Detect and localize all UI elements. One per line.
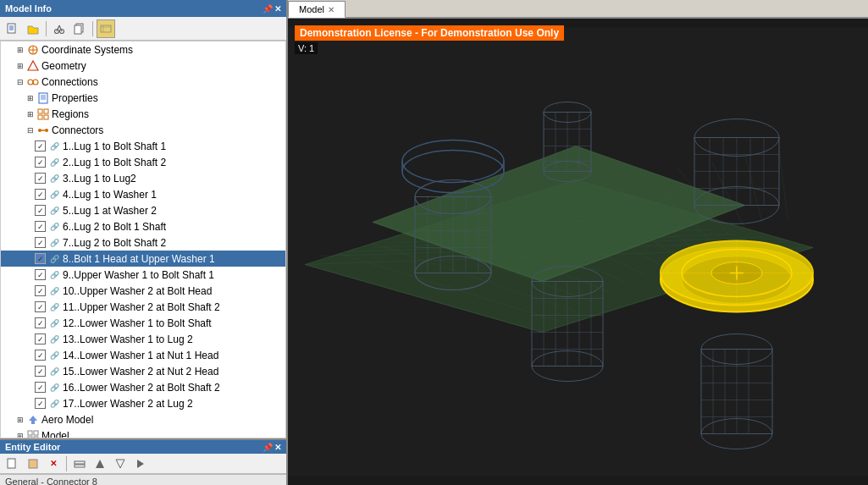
tree-item-c9[interactable]: 🔗 9..Upper Washer 1 to Bolt Shaft 1 (1, 267, 285, 283)
tree-item-c15[interactable]: 🔗 15..Lower Washer 2 at Nut 2 Head (1, 363, 285, 379)
svg-rect-38 (75, 465, 85, 467)
svg-rect-25 (44, 109, 48, 113)
c11-icon: 🔗 (47, 300, 61, 314)
close-icon[interactable]: ✕ (274, 4, 281, 14)
checkbox-c17[interactable] (35, 398, 46, 409)
c16-icon: 🔗 (47, 381, 61, 394)
connections-label: Connections (41, 76, 98, 88)
c6-icon: 🔗 (47, 220, 61, 234)
tree-item-c6[interactable]: 🔗 6..Lug 2 to Bolt 1 Shaft (1, 218, 285, 234)
viewport[interactable]: Demonstration License - For Demonstratio… (288, 19, 868, 485)
geometry-label: Geometry (41, 60, 86, 72)
model-info-header: Model Info 📌 ✕ (0, 0, 286, 17)
svg-point-29 (45, 129, 48, 132)
svg-rect-35 (8, 459, 15, 468)
tree-item-c17[interactable]: 🔗 17..Lower Washer 2 at Lug 2 (1, 395, 285, 411)
checkbox-c16[interactable] (35, 382, 46, 393)
checkbox-c4[interactable] (35, 189, 46, 200)
c4-label: 4..Lug 1 to Washer 1 (63, 189, 157, 201)
entity-pin-icon[interactable]: 📌 (263, 443, 273, 452)
tree-item-properties[interactable]: ⊞ Properties (1, 90, 285, 106)
tree-item-aero-model[interactable]: ⊞ Aero Model (1, 411, 285, 427)
tree-item-c12[interactable]: 🔗 12..Lower Washer 1 to Bolt Shaft (1, 315, 285, 331)
tree-item-c13[interactable]: 🔗 13..Lower Washer 1 to Lug 2 (1, 331, 285, 347)
entity-btn-7[interactable] (131, 455, 150, 473)
c10-icon: 🔗 (47, 284, 61, 298)
entity-btn-5[interactable] (91, 455, 109, 473)
checkbox-c9[interactable] (35, 269, 46, 280)
c7-icon: 🔗 (47, 236, 61, 250)
tree-item-c14[interactable]: 🔗 14..Lower Washer 1 at Nut 1 Head (1, 347, 285, 363)
entity-btn-1[interactable] (3, 455, 22, 473)
entity-btn-4[interactable] (70, 455, 89, 473)
tree-item-connections[interactable]: ⊟ Connections (1, 74, 285, 90)
entity-btn-3[interactable]: ✕ (44, 455, 63, 473)
toolbar-btn-5[interactable] (97, 19, 115, 38)
c14-icon: 🔗 (47, 349, 61, 362)
checkbox-c8[interactable] (35, 253, 46, 264)
tab-close-icon[interactable]: ✕ (328, 5, 334, 14)
tree-item-c10[interactable]: 🔗 10..Upper Washer 2 at Bolt Head (1, 283, 285, 299)
tree-item-c2[interactable]: 🔗 2..Lug 1 to Bolt Shaft 2 (1, 154, 285, 170)
tree-item-c11[interactable]: 🔗 11..Upper Washer 2 at Bolt Shaft 2 (1, 299, 285, 315)
coord-icon (26, 43, 40, 57)
c4-icon: 🔗 (47, 188, 61, 201)
tree-item-c1[interactable]: 🔗 1..Lug 1 to Bolt Shaft 1 (1, 138, 285, 154)
checkbox-c7[interactable] (35, 237, 46, 248)
entity-toolbar: ✕ (0, 454, 286, 474)
tree-item-model[interactable]: ⊞ Model (1, 427, 285, 438)
checkbox-c10[interactable] (35, 285, 46, 296)
tree-item-c8[interactable]: 🔗 8..Bolt 1 Head at Upper Washer 1 (1, 251, 285, 267)
demo-license-text: Demonstration License - For Demonstratio… (295, 25, 564, 41)
c5-label: 5..Lug 1 at Washer 2 (63, 205, 157, 217)
regions-label: Regions (52, 108, 89, 120)
toolbar-sep-2 (92, 21, 93, 36)
entity-btn-6[interactable] (111, 455, 130, 473)
checkbox-c3[interactable] (35, 173, 46, 184)
tree-item-c7[interactable]: 🔗 7..Lug 2 to Bolt Shaft 2 (1, 234, 285, 251)
c6-label: 6..Lug 2 to Bolt 1 Shaft (63, 221, 166, 233)
tree-item-c16[interactable]: 🔗 16..Lower Washer 2 at Bolt Shaft 2 (1, 379, 285, 395)
toolbar-btn-2[interactable] (24, 19, 42, 38)
toolbar-btn-1[interactable] (3, 19, 22, 38)
svg-rect-37 (75, 461, 85, 464)
c15-label: 15..Lower Washer 2 at Nut 2 Head (63, 366, 218, 378)
checkbox-c11[interactable] (35, 301, 46, 312)
header-icons: 📌 ✕ (263, 4, 281, 14)
checkbox-c6[interactable] (35, 221, 46, 232)
entity-close-icon[interactable]: ✕ (274, 443, 281, 452)
connectors-icon (36, 124, 50, 137)
tree-item-c5[interactable]: 🔗 5..Lug 1 at Washer 2 (1, 202, 285, 218)
c10-label: 10..Upper Washer 2 at Bolt Head (63, 285, 212, 297)
tree-item-c3[interactable]: 🔗 3..Lug 1 to Lug2 (1, 170, 285, 186)
tree-item-coord-systems[interactable]: ⊞ Coordinate Systems (1, 41, 285, 58)
svg-rect-20 (39, 93, 47, 103)
checkbox-c5[interactable] (35, 205, 46, 216)
checkbox-c12[interactable] (35, 317, 46, 328)
toolbar-btn-4[interactable] (70, 19, 89, 38)
expand-coord-icon: ⊞ (14, 44, 26, 56)
checkbox-c1[interactable] (35, 141, 46, 152)
tree-area[interactable]: ⊞ Coordinate Systems ⊞ Geometry ⊟ (0, 41, 286, 438)
model-tab-bar: Model ✕ (288, 0, 868, 19)
checkbox-c2[interactable] (35, 157, 46, 168)
toolbar-btn-3[interactable] (50, 19, 69, 38)
entity-btn-2[interactable] (24, 455, 42, 473)
entity-status-text: General - Connector 8 (5, 477, 97, 485)
c2-icon: 🔗 (47, 156, 61, 169)
model-info-toolbar (0, 17, 286, 41)
checkbox-c14[interactable] (35, 350, 46, 361)
tree-item-geometry[interactable]: ⊞ Geometry (1, 58, 285, 74)
tree-item-c4[interactable]: 🔗 4..Lug 1 to Washer 1 (1, 186, 285, 202)
svg-rect-27 (44, 115, 48, 119)
c12-label: 12..Lower Washer 1 to Bolt Shaft (63, 317, 212, 329)
entity-sep (66, 456, 67, 471)
svg-point-28 (38, 129, 41, 132)
tree-item-connectors[interactable]: ⊟ Connectors (1, 122, 285, 138)
tree-item-regions[interactable]: ⊞ Regions (1, 106, 285, 122)
checkbox-c15[interactable] (35, 366, 46, 377)
svg-rect-9 (75, 25, 81, 34)
checkbox-c13[interactable] (35, 333, 46, 344)
model-tab[interactable]: Model ✕ (288, 1, 346, 18)
pin-icon[interactable]: 📌 (263, 4, 273, 14)
